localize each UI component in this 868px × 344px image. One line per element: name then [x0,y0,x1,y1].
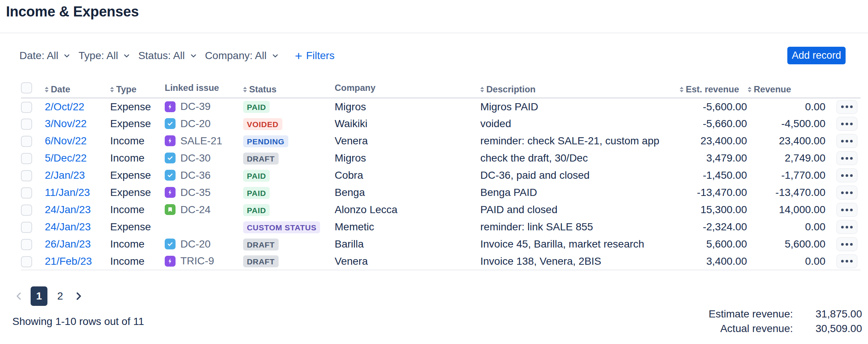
actual-revenue-value: 30,509.00 [797,323,862,335]
column-header-status[interactable]: Status [249,84,276,95]
bolt-icon [165,101,176,112]
row-actions-button[interactable] [836,237,858,251]
row-date-link[interactable]: 2/Jan/23 [45,169,85,181]
column-header-est-revenue[interactable]: Est. revenue [686,84,739,95]
column-header-date[interactable]: Date [51,84,70,95]
row-status-badge: PAID [243,101,270,113]
row-actions-button[interactable] [836,203,858,217]
row-company: Memetic [335,218,480,236]
row-description: Migros PAID [480,98,680,115]
filter-date[interactable]: Date: All [19,50,71,62]
pagination-next-button[interactable] [73,291,84,302]
row-date-link[interactable]: 5/Dec/22 [45,152,87,164]
row-issue-key: DC-35 [180,187,211,199]
row-status-badge: DRAFT [243,153,279,165]
filter-company[interactable]: Company: All [205,50,279,62]
row-revenue: -1,770.00 [748,167,826,184]
row-checkbox[interactable] [21,239,32,250]
filter-status-label: Status: All [138,50,185,62]
filter-status[interactable]: Status: All [138,50,198,62]
row-revenue: 0.00 [748,98,826,115]
row-date-link[interactable]: 21/Feb/23 [45,255,92,267]
row-description: voided [480,115,680,132]
row-date-link[interactable]: 11/Jan/23 [45,187,90,198]
table-row: 24/Jan/23 Expense CUSTOM STATUS Memetic … [21,218,861,236]
table-row: 11/Jan/23 Expense DC-35 PAID Benga Benga… [21,184,861,201]
row-checkbox[interactable] [21,153,32,164]
row-est-revenue: 3,479.00 [680,150,748,167]
row-actions-button[interactable] [836,185,858,200]
row-type: Income [110,201,165,218]
row-actions-button[interactable] [836,254,858,268]
table-header-row: Date Type Linked issue Status Company De… [21,78,861,98]
row-status-badge: PAID [243,170,270,182]
row-description: check the draft, 30/Dec [480,150,680,167]
column-header-linked-issue: Linked issue [165,83,219,93]
column-header-type[interactable]: Type [116,84,136,95]
row-checkbox[interactable] [21,205,32,216]
chevron-down-icon [189,52,198,60]
row-type: Income [110,253,165,270]
table-row: 2/Oct/22 Expense DC-39 PAID Migros Migro… [21,98,861,115]
row-issue-key: DC-20 [180,238,211,250]
filter-type[interactable]: Type: All [78,50,131,62]
row-date-link[interactable]: 3/Nov/22 [45,118,87,129]
row-checkbox[interactable] [21,222,32,233]
row-company: Venera [335,253,480,270]
row-checkbox[interactable] [21,187,32,199]
row-date-link[interactable]: 26/Jan/23 [45,238,91,250]
row-revenue: 5,600.00 [748,236,826,253]
column-header-description[interactable]: Description [486,84,536,95]
row-description: Benga PAID [480,184,680,201]
sort-icon[interactable] [748,87,751,92]
row-checkbox[interactable] [21,170,32,181]
row-type: Expense [110,218,165,236]
sort-icon[interactable] [480,87,484,92]
pagination-prev-button[interactable] [13,291,25,302]
row-checkbox[interactable] [21,102,32,113]
add-record-button[interactable]: Add record [787,47,846,64]
sort-icon[interactable] [110,87,114,92]
row-status-badge: DRAFT [243,255,279,267]
sort-icon[interactable] [243,87,247,92]
row-est-revenue: 23,400.00 [680,132,748,150]
check-icon [165,153,176,163]
select-all-checkbox[interactable] [21,82,32,93]
add-filters-button[interactable]: + Filters [295,49,335,62]
chevron-down-icon [123,52,131,60]
sort-icon[interactable] [45,87,49,92]
row-actions-button[interactable] [836,168,858,182]
row-date-link[interactable]: 2/Oct/22 [45,101,84,113]
row-checkbox[interactable] [21,119,32,130]
row-actions-button[interactable] [836,134,858,148]
bolt-icon [165,187,176,198]
pagination-page-2[interactable]: 2 [53,286,67,306]
row-checkbox[interactable] [21,256,32,267]
row-actions-button[interactable] [836,220,858,234]
pagination-page-1[interactable]: 1 [31,286,47,306]
row-date-link[interactable]: 24/Jan/23 [45,204,91,215]
filter-date-label: Date: All [19,50,58,62]
plus-icon: + [295,49,303,62]
row-company: Cobra [335,167,480,184]
story-icon [165,204,176,215]
row-issue-key: DC-30 [180,152,211,164]
row-actions-button[interactable] [836,100,858,114]
row-actions-button[interactable] [836,117,858,131]
row-date-link[interactable]: 24/Jan/23 [45,221,91,233]
row-date-link[interactable]: 6/Nov/22 [45,135,87,147]
row-issue-key: TRIC-9 [180,255,214,267]
column-header-revenue[interactable]: Revenue [754,84,791,95]
row-company: Benga [335,184,480,201]
table-row: 24/Jan/23 Income DC-24 PAID Alonzo Lecca… [21,201,861,218]
check-icon [165,118,176,129]
records-table: Date Type Linked issue Status Company De… [0,78,868,270]
row-revenue: 0.00 [748,253,826,270]
row-est-revenue: -5,600.00 [680,98,748,115]
estimate-revenue-label: Estimate revenue: [709,308,793,320]
sort-icon[interactable] [680,87,683,92]
row-revenue: 23,400.00 [748,132,826,150]
row-checkbox[interactable] [21,136,32,147]
row-description: PAID and closed [480,201,680,218]
row-actions-button[interactable] [836,151,858,165]
